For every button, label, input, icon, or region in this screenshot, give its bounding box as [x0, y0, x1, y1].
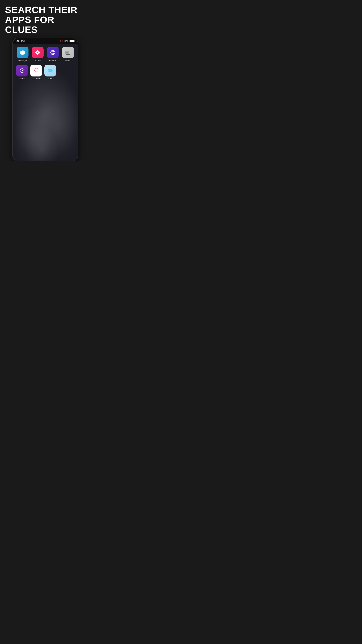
app-chat[interactable]: Chat	[44, 65, 56, 80]
battery-icon	[69, 40, 75, 42]
status-time: 2:17 PM	[16, 40, 25, 42]
svg-marker-21	[22, 70, 23, 72]
news-icon	[64, 49, 71, 56]
headline-text: SEARCH THEIR APPS FOR CLUES	[5, 5, 85, 34]
battery-percent: 90%	[64, 40, 68, 42]
photos-icon-bg	[32, 46, 43, 58]
no-disturb-icon: 🚫	[60, 40, 63, 42]
svg-rect-15	[66, 52, 68, 53]
app-news[interactable]: News	[61, 46, 74, 62]
messages-icon	[19, 49, 26, 56]
svg-point-6	[36, 51, 37, 52]
svg-point-24	[50, 70, 51, 71]
chat-icon	[47, 67, 54, 74]
interflix-icon	[19, 67, 25, 74]
battery-fill	[69, 40, 73, 42]
messages-label: Messages	[18, 59, 27, 62]
apps-row1: Messages	[12, 44, 78, 65]
app-photos[interactable]: Photos	[31, 46, 44, 62]
news-label: News	[65, 59, 70, 62]
chat-icon-bg	[44, 65, 56, 76]
svg-point-11	[52, 50, 54, 55]
svg-point-1	[37, 52, 38, 53]
svg-point-4	[35, 52, 36, 53]
status-bar: 2:17 PM 🚫 90%	[12, 38, 78, 44]
lovebook-icon	[33, 67, 39, 74]
apps-row2: Interflix LoveBook	[12, 65, 78, 80]
browser-icon	[49, 49, 56, 56]
messages-icon-bg	[17, 46, 28, 58]
news-icon-bg	[62, 46, 74, 58]
phone: 2:17 PM 🚫 90% Messages	[12, 38, 78, 161]
svg-point-5	[39, 52, 40, 53]
interflix-icon-bg	[16, 65, 28, 76]
app-interflix[interactable]: Interflix	[16, 65, 28, 80]
chat-label: Chat	[48, 78, 52, 80]
svg-point-10	[51, 50, 55, 55]
svg-point-3	[37, 54, 38, 55]
battery-tip	[74, 40, 75, 42]
app-browser[interactable]: Browser	[46, 46, 59, 62]
interflix-label: Interflix	[19, 78, 25, 80]
svg-point-23	[49, 70, 50, 71]
app-lovebook[interactable]: LoveBook	[30, 65, 42, 80]
lovebook-icon-bg	[30, 65, 42, 76]
status-right: 🚫 90%	[60, 40, 75, 42]
phone-screen: Messages	[12, 44, 78, 161]
svg-point-22	[48, 70, 49, 71]
browser-label: Browser	[49, 59, 56, 62]
svg-point-2	[37, 50, 38, 51]
photos-label: Photos	[34, 59, 41, 62]
headline: SEARCH THEIR APPS FOR CLUES	[0, 0, 90, 38]
svg-point-9	[38, 53, 39, 54]
browser-icon-bg	[47, 46, 59, 58]
svg-point-8	[36, 53, 37, 54]
app-messages[interactable]: Messages	[16, 46, 29, 62]
svg-point-7	[38, 51, 39, 52]
photos-icon	[34, 49, 41, 56]
battery-body	[69, 40, 74, 42]
lovebook-label: LoveBook	[32, 78, 40, 80]
